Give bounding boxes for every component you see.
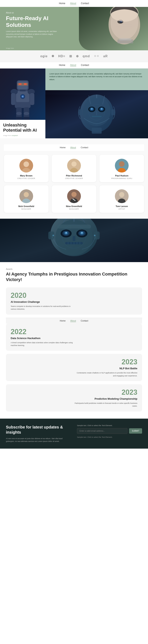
member-name-6: Tom Larson (116, 205, 128, 208)
award-name-2022: Data Science Hackathon (11, 337, 137, 340)
hero-image (79, 7, 148, 50)
award-name-2023-pred: Predictive Modeling Championship (11, 397, 137, 401)
team-card-5: Nina Greenfield MANAGER (52, 185, 96, 213)
footer-section: Subscribe for latest updates & insights … (0, 418, 148, 449)
nav-about[interactable]: About (70, 2, 76, 5)
member-name-1: Mary Brown (20, 174, 32, 177)
svg-point-43 (102, 108, 102, 109)
logo-qmd: qmd (83, 54, 90, 58)
awards-tag: Awards (6, 268, 142, 270)
svg-rect-74 (57, 224, 91, 228)
logo-grid: ⊞ (69, 54, 72, 58)
awards-section: Awards AI Agency Triumphs in Prestigious… (0, 262, 148, 418)
award-year-2020: 2020 (11, 291, 137, 300)
member-name-5: Nina Greenfield (66, 205, 82, 208)
svg-point-55 (72, 162, 76, 166)
unleashing-section: Unleashing Potential with AI Image from … (0, 68, 148, 138)
nav-home[interactable]: Home (59, 2, 65, 5)
nav-contact[interactable]: Contact (81, 2, 89, 5)
unleash-text-box: Lorem ipsum dolor sit amet. Lorem ipsum … (46, 68, 148, 90)
svg-rect-25 (30, 93, 34, 105)
svg-rect-60 (119, 168, 124, 172)
unleash-left-panel: Unleashing Potential with AI Image from … (0, 68, 46, 138)
team-card-1: Mary Brown CREATIVE LEADER (4, 155, 48, 182)
award-card-2022: 2022 Data Science Hackathon A timed comp… (6, 324, 142, 351)
footer-description: At vero eos et accusam et justo duo dolo… (6, 437, 71, 443)
footer-bottom-tag: Sample text. Click to select the Text El… (77, 436, 142, 438)
team-card-3: Paul Hudson PROGRAMMING GURU (100, 155, 144, 182)
email-input[interactable] (77, 428, 128, 434)
logo-ogie: ogie (40, 54, 48, 58)
award-year-2023-nlp: 2023 (11, 358, 137, 366)
avatar-piter (67, 159, 81, 172)
member-role-1: CREATIVE LEADER (17, 178, 35, 180)
nav2-home[interactable]: Home (59, 64, 65, 67)
footer-left: Subscribe for latest updates & insights … (6, 424, 71, 443)
avatar-nick (19, 189, 33, 203)
award-year-2023-pred: 2023 (11, 388, 137, 396)
svg-rect-9 (120, 38, 131, 40)
svg-rect-31 (23, 117, 30, 120)
member-name-4: Nick Greenfield (18, 205, 34, 208)
svg-rect-45 (92, 116, 102, 117)
award-desc-2023-nlp: Contestants create chatbots or NLP appli… (74, 372, 137, 377)
award-year-2022: 2022 (11, 328, 137, 336)
unleash-credit-link[interactable]: unsplash (12, 134, 18, 136)
avatar-tom (115, 189, 129, 203)
team-section: Home About Contact Mary Brown CREATIVE L… (0, 138, 148, 219)
member-role-5: MANAGER (69, 208, 79, 210)
svg-rect-85 (72, 236, 76, 241)
robot-warrior-svg (0, 68, 46, 120)
nav3-about[interactable]: About (70, 320, 76, 322)
svg-rect-21 (20, 90, 26, 92)
unleash-image-credit: Image from unsplash (0, 134, 46, 138)
svg-rect-24 (11, 93, 16, 105)
big-robot-svg (0, 219, 148, 262)
subscribe-button[interactable]: SUBMIT (129, 428, 142, 434)
nav3: Home About Contact (6, 318, 142, 324)
award-desc-2022: A timed competition where data scientist… (11, 341, 74, 347)
nav2-contact[interactable]: Contact (81, 64, 89, 67)
ai-head-svg (46, 94, 148, 134)
logos-section: ogie ❋ HD≡ ⊞ ⊕ qmd ⁘⁘ aR (0, 50, 148, 62)
footer-right: Sample text. Click to select the Text El… (77, 424, 142, 443)
nav3-home[interactable]: Home (60, 320, 66, 322)
footer-right-tag: Sample text. Click to select the Text El… (77, 424, 142, 426)
member-role-6: ARTIST (118, 208, 125, 210)
svg-point-62 (24, 192, 29, 197)
nav2-about[interactable]: About (70, 64, 76, 67)
award-card-2023-pred: 2023 Predictive Modeling Championship Pa… (6, 384, 142, 412)
member-role-4: MANAGER (21, 208, 31, 210)
hero-tag: About us (6, 12, 57, 14)
hero-description: Lorem ipsum dolor sit amet, consectetur … (6, 30, 57, 38)
award-name-2020: AI Innovation Challenge (11, 300, 137, 304)
footer-email-row: SUBMIT (77, 428, 142, 434)
team-nav-contact[interactable]: Contact (81, 146, 88, 149)
award-card-2023-nlp: 2023 NLP Bot Battle Contestants create c… (6, 354, 142, 381)
award-name-2023-nlp: NLP Bot Battle (11, 367, 137, 370)
team-grid: Mary Brown CREATIVE LEADER Piter Richmon… (4, 155, 144, 213)
awards-title: AI Agency Triumphs in Prestigious Innova… (6, 272, 142, 283)
svg-rect-46 (92, 128, 102, 134)
team-card-6: Tom Larson ARTIST (100, 185, 144, 213)
svg-point-16 (22, 96, 24, 97)
hero-robot-svg (79, 7, 148, 50)
member-role-2: CREATIVE LEADER (65, 178, 83, 180)
svg-point-42 (92, 108, 92, 109)
avatar-nina (67, 189, 81, 203)
logo-hd: HD≡ (58, 54, 65, 58)
nav3-contact[interactable]: Contact (81, 320, 88, 322)
nav2: Home About Contact (0, 62, 148, 68)
unleash-title-block: Unleashing Potential with AI (0, 120, 46, 134)
team-card-4: Nick Greenfield MANAGER (4, 185, 48, 213)
unleash-right-panel: Lorem ipsum dolor sit amet. Lorem ipsum … (46, 68, 148, 138)
hero-section: About us Future-Ready AI Solutions Lorem… (0, 7, 148, 50)
team-nav-home[interactable]: Home (60, 146, 66, 149)
award-desc-2020: Teams compete to develop innovative AI s… (11, 305, 74, 311)
team-nav-about[interactable]: About (70, 146, 76, 149)
logo-circle: ⊕ (76, 54, 79, 58)
svg-point-95 (94, 235, 96, 236)
member-name-2: Piter Richmond (66, 174, 82, 177)
svg-point-58 (119, 161, 124, 167)
award-desc-2023-pred: Participants build predictive models to … (74, 402, 137, 408)
